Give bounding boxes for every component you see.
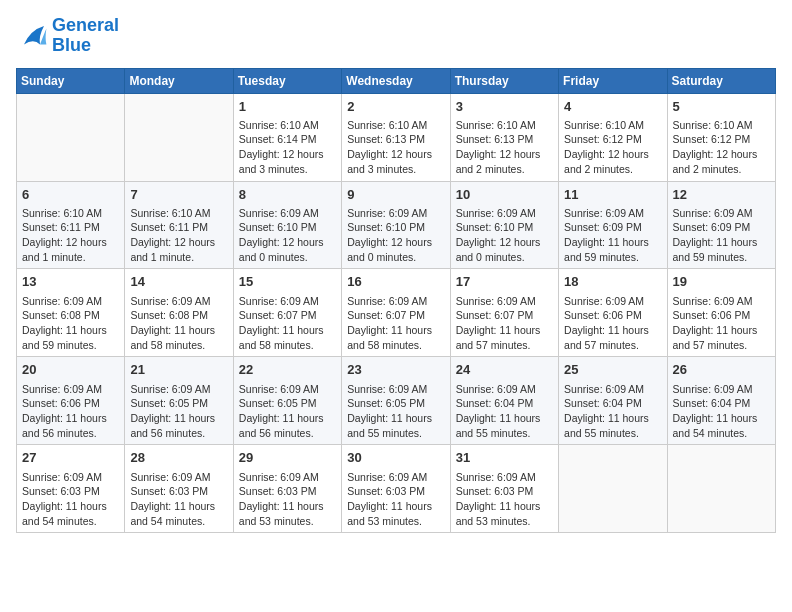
calendar-day-cell <box>559 445 667 533</box>
calendar-day-cell: 14Sunrise: 6:09 AM Sunset: 6:08 PM Dayli… <box>125 269 233 357</box>
day-number: 19 <box>673 273 770 291</box>
calendar-week-row: 1Sunrise: 6:10 AM Sunset: 6:14 PM Daylig… <box>17 93 776 181</box>
calendar-day-cell: 13Sunrise: 6:09 AM Sunset: 6:08 PM Dayli… <box>17 269 125 357</box>
day-number: 24 <box>456 361 553 379</box>
weekday-header: Saturday <box>667 68 775 93</box>
day-number: 7 <box>130 186 227 204</box>
day-info: Sunrise: 6:09 AM Sunset: 6:06 PM Dayligh… <box>564 294 661 353</box>
day-info: Sunrise: 6:09 AM Sunset: 6:03 PM Dayligh… <box>456 470 553 529</box>
day-info: Sunrise: 6:09 AM Sunset: 6:07 PM Dayligh… <box>239 294 336 353</box>
day-info: Sunrise: 6:09 AM Sunset: 6:08 PM Dayligh… <box>22 294 119 353</box>
calendar-day-cell: 16Sunrise: 6:09 AM Sunset: 6:07 PM Dayli… <box>342 269 450 357</box>
day-info: Sunrise: 6:09 AM Sunset: 6:09 PM Dayligh… <box>564 206 661 265</box>
day-number: 9 <box>347 186 444 204</box>
day-number: 22 <box>239 361 336 379</box>
day-number: 6 <box>22 186 119 204</box>
calendar-day-cell: 31Sunrise: 6:09 AM Sunset: 6:03 PM Dayli… <box>450 445 558 533</box>
day-info: Sunrise: 6:09 AM Sunset: 6:05 PM Dayligh… <box>347 382 444 441</box>
day-info: Sunrise: 6:09 AM Sunset: 6:04 PM Dayligh… <box>456 382 553 441</box>
day-info: Sunrise: 6:09 AM Sunset: 6:10 PM Dayligh… <box>456 206 553 265</box>
calendar-week-row: 27Sunrise: 6:09 AM Sunset: 6:03 PM Dayli… <box>17 445 776 533</box>
calendar-day-cell: 7Sunrise: 6:10 AM Sunset: 6:11 PM Daylig… <box>125 181 233 269</box>
calendar-day-cell: 5Sunrise: 6:10 AM Sunset: 6:12 PM Daylig… <box>667 93 775 181</box>
weekday-header: Monday <box>125 68 233 93</box>
calendar-table: SundayMondayTuesdayWednesdayThursdayFrid… <box>16 68 776 534</box>
calendar-day-cell: 6Sunrise: 6:10 AM Sunset: 6:11 PM Daylig… <box>17 181 125 269</box>
calendar-day-cell: 26Sunrise: 6:09 AM Sunset: 6:04 PM Dayli… <box>667 357 775 445</box>
calendar-day-cell: 21Sunrise: 6:09 AM Sunset: 6:05 PM Dayli… <box>125 357 233 445</box>
day-info: Sunrise: 6:09 AM Sunset: 6:03 PM Dayligh… <box>130 470 227 529</box>
day-info: Sunrise: 6:09 AM Sunset: 6:10 PM Dayligh… <box>347 206 444 265</box>
day-number: 12 <box>673 186 770 204</box>
calendar-day-cell: 15Sunrise: 6:09 AM Sunset: 6:07 PM Dayli… <box>233 269 341 357</box>
day-info: Sunrise: 6:09 AM Sunset: 6:07 PM Dayligh… <box>347 294 444 353</box>
logo-text: General Blue <box>52 16 119 56</box>
day-info: Sunrise: 6:09 AM Sunset: 6:04 PM Dayligh… <box>673 382 770 441</box>
calendar-day-cell: 10Sunrise: 6:09 AM Sunset: 6:10 PM Dayli… <box>450 181 558 269</box>
calendar-day-cell: 2Sunrise: 6:10 AM Sunset: 6:13 PM Daylig… <box>342 93 450 181</box>
day-info: Sunrise: 6:09 AM Sunset: 6:05 PM Dayligh… <box>239 382 336 441</box>
calendar-day-cell: 29Sunrise: 6:09 AM Sunset: 6:03 PM Dayli… <box>233 445 341 533</box>
logo-icon <box>16 22 48 50</box>
calendar-day-cell: 4Sunrise: 6:10 AM Sunset: 6:12 PM Daylig… <box>559 93 667 181</box>
calendar-day-cell: 9Sunrise: 6:09 AM Sunset: 6:10 PM Daylig… <box>342 181 450 269</box>
day-number: 20 <box>22 361 119 379</box>
day-info: Sunrise: 6:10 AM Sunset: 6:13 PM Dayligh… <box>456 118 553 177</box>
day-number: 5 <box>673 98 770 116</box>
day-number: 8 <box>239 186 336 204</box>
calendar-day-cell: 28Sunrise: 6:09 AM Sunset: 6:03 PM Dayli… <box>125 445 233 533</box>
calendar-day-cell: 18Sunrise: 6:09 AM Sunset: 6:06 PM Dayli… <box>559 269 667 357</box>
day-info: Sunrise: 6:09 AM Sunset: 6:06 PM Dayligh… <box>673 294 770 353</box>
day-info: Sunrise: 6:09 AM Sunset: 6:10 PM Dayligh… <box>239 206 336 265</box>
day-info: Sunrise: 6:09 AM Sunset: 6:09 PM Dayligh… <box>673 206 770 265</box>
day-info: Sunrise: 6:09 AM Sunset: 6:07 PM Dayligh… <box>456 294 553 353</box>
calendar-day-cell: 27Sunrise: 6:09 AM Sunset: 6:03 PM Dayli… <box>17 445 125 533</box>
calendar-day-cell: 22Sunrise: 6:09 AM Sunset: 6:05 PM Dayli… <box>233 357 341 445</box>
day-info: Sunrise: 6:09 AM Sunset: 6:03 PM Dayligh… <box>239 470 336 529</box>
calendar-week-row: 20Sunrise: 6:09 AM Sunset: 6:06 PM Dayli… <box>17 357 776 445</box>
calendar-day-cell: 3Sunrise: 6:10 AM Sunset: 6:13 PM Daylig… <box>450 93 558 181</box>
day-info: Sunrise: 6:10 AM Sunset: 6:11 PM Dayligh… <box>130 206 227 265</box>
day-number: 15 <box>239 273 336 291</box>
day-info: Sunrise: 6:10 AM Sunset: 6:12 PM Dayligh… <box>564 118 661 177</box>
day-number: 23 <box>347 361 444 379</box>
calendar-day-cell: 24Sunrise: 6:09 AM Sunset: 6:04 PM Dayli… <box>450 357 558 445</box>
day-info: Sunrise: 6:10 AM Sunset: 6:11 PM Dayligh… <box>22 206 119 265</box>
weekday-header: Friday <box>559 68 667 93</box>
weekday-header: Wednesday <box>342 68 450 93</box>
calendar-day-cell: 20Sunrise: 6:09 AM Sunset: 6:06 PM Dayli… <box>17 357 125 445</box>
day-info: Sunrise: 6:09 AM Sunset: 6:06 PM Dayligh… <box>22 382 119 441</box>
day-info: Sunrise: 6:10 AM Sunset: 6:12 PM Dayligh… <box>673 118 770 177</box>
calendar-day-cell: 19Sunrise: 6:09 AM Sunset: 6:06 PM Dayli… <box>667 269 775 357</box>
day-number: 27 <box>22 449 119 467</box>
day-number: 2 <box>347 98 444 116</box>
day-number: 11 <box>564 186 661 204</box>
day-number: 30 <box>347 449 444 467</box>
day-number: 26 <box>673 361 770 379</box>
calendar-day-cell: 30Sunrise: 6:09 AM Sunset: 6:03 PM Dayli… <box>342 445 450 533</box>
calendar-day-cell: 12Sunrise: 6:09 AM Sunset: 6:09 PM Dayli… <box>667 181 775 269</box>
day-info: Sunrise: 6:09 AM Sunset: 6:03 PM Dayligh… <box>347 470 444 529</box>
weekday-header: Thursday <box>450 68 558 93</box>
calendar-day-cell: 11Sunrise: 6:09 AM Sunset: 6:09 PM Dayli… <box>559 181 667 269</box>
calendar-day-cell: 1Sunrise: 6:10 AM Sunset: 6:14 PM Daylig… <box>233 93 341 181</box>
page-header: General Blue <box>16 16 776 56</box>
day-number: 14 <box>130 273 227 291</box>
day-number: 16 <box>347 273 444 291</box>
calendar-week-row: 13Sunrise: 6:09 AM Sunset: 6:08 PM Dayli… <box>17 269 776 357</box>
weekday-header: Sunday <box>17 68 125 93</box>
day-number: 28 <box>130 449 227 467</box>
day-info: Sunrise: 6:09 AM Sunset: 6:04 PM Dayligh… <box>564 382 661 441</box>
day-number: 18 <box>564 273 661 291</box>
calendar-header-row: SundayMondayTuesdayWednesdayThursdayFrid… <box>17 68 776 93</box>
logo: General Blue <box>16 16 119 56</box>
calendar-week-row: 6Sunrise: 6:10 AM Sunset: 6:11 PM Daylig… <box>17 181 776 269</box>
day-number: 21 <box>130 361 227 379</box>
calendar-day-cell: 17Sunrise: 6:09 AM Sunset: 6:07 PM Dayli… <box>450 269 558 357</box>
calendar-day-cell <box>17 93 125 181</box>
calendar-day-cell: 25Sunrise: 6:09 AM Sunset: 6:04 PM Dayli… <box>559 357 667 445</box>
calendar-day-cell: 23Sunrise: 6:09 AM Sunset: 6:05 PM Dayli… <box>342 357 450 445</box>
day-number: 4 <box>564 98 661 116</box>
calendar-day-cell: 8Sunrise: 6:09 AM Sunset: 6:10 PM Daylig… <box>233 181 341 269</box>
day-number: 10 <box>456 186 553 204</box>
